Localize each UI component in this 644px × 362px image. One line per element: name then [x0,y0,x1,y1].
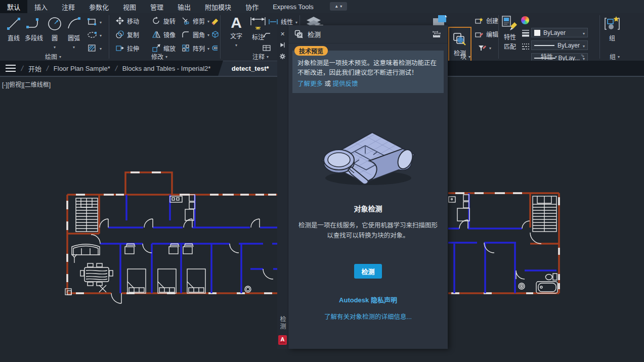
detect-button[interactable]: 检测 [354,264,381,279]
ribbon-tab-annotate[interactable]: 注释 [55,0,82,13]
privacy-statement-link[interactable]: Autodesk 隐私声明 [339,296,397,304]
stairs-right [533,196,556,232]
palette-body-text: 检测是一项在线服务，它使用机器学习来扫描图形以查找可以转换为块的对象。 [297,220,439,241]
viewport-controls-label[interactable]: [-][俯视][二维线框] [2,80,51,88]
ribbon-tab-collaborate[interactable]: 协作 [238,0,266,13]
lineweight-dropdown[interactable]: ByLayer [531,40,588,50]
polyline-button[interactable]: 多段线 [22,15,46,42]
chevron-down-icon[interactable] [100,18,102,25]
hatch-tool-button[interactable] [87,43,102,53]
circle-button[interactable]: 圆 [47,15,63,50]
linear-dim-icon [268,18,278,25]
linear-dimension-button[interactable]: 线性 [268,17,297,26]
block-attributes-button[interactable] [478,43,491,52]
ellipse-tool-button[interactable] [87,30,102,39]
chevron-down-icon[interactable] [235,41,237,48]
lineweight-sample [534,45,554,46]
match-properties-button[interactable]: 特性 匹配 [500,15,520,51]
feedback-link[interactable]: 提供反馈 [333,80,358,87]
properties-gear-icon[interactable] [279,51,286,62]
offset-button[interactable] [210,43,220,53]
rectangle-icon [87,17,97,26]
dimension-icon [249,15,267,31]
details-link[interactable]: 了解有关对象检测的详细信息... [324,313,412,321]
group-icon [604,15,621,32]
rotate-button[interactable]: 旋转 [152,16,176,25]
notice-text: 对象检测是一项技术预览。这意味着检测功能正在不断改进，因此我们建议您不断进行测试… [297,60,437,76]
collapse-icon: ▲ [334,4,338,9]
tab-floor-plan-sample[interactable]: Floor Plan Sample* [49,65,115,72]
palette-body-title: 对象检测 [288,203,448,213]
modify-panel-label[interactable]: 修改 [137,52,182,61]
line-button[interactable]: 直线 [4,15,23,42]
explode-button[interactable] [210,30,220,39]
palette-vertical-label: 检测 [278,316,287,330]
chevron-down-icon[interactable] [73,43,75,50]
panel-expander-icon[interactable]: ⇘ [581,53,585,58]
stretch-button[interactable]: 拉伸 [115,43,139,53]
ribbon-tab-default[interactable]: 默认 [0,0,27,13]
object-color-dropdown[interactable]: ByLayer [531,28,588,37]
trim-button[interactable]: 修剪 [181,16,209,25]
ribbon-tab-view[interactable]: 视图 [116,0,143,13]
chevron-down-icon[interactable] [295,18,297,25]
autocad-logo: A [278,335,287,345]
auto-hide-icon[interactable] [280,39,286,51]
copy-icon [115,30,124,39]
tab-blocks-and-tables[interactable]: Blocks and Tables - Imperial2* [117,65,216,72]
chevron-down-icon[interactable] [207,17,209,24]
move-button[interactable]: 移动 [115,16,139,25]
block-edit-button[interactable]: 编辑 [475,30,498,38]
palette-title: 检测 [308,29,321,39]
menu-hamburger-icon[interactable] [0,65,21,72]
line-icon [5,15,22,32]
tab-detect-test-active[interactable]: detect_test* [218,61,282,76]
mirror-button[interactable]: 镜像 [152,30,176,39]
array-button[interactable]: 阵列 [181,43,209,53]
linetype-icon [521,42,530,51]
fillet-button[interactable]: 圆角 [181,30,209,39]
detect-palette: 检测 技术预览 对象检测是一项技术预览。这意味着检测功能正在不断改进，因此我们建… [288,25,448,349]
tech-preview-notice: 技术预览 对象检测是一项技术预览。这意味着检测功能正在不断改进，因此我们建议您不… [292,51,444,93]
ribbon-tab-addins[interactable]: 附加模块 [198,0,238,13]
chevron-down-icon[interactable] [489,44,491,51]
erase-button[interactable] [210,16,220,25]
panel-separator [109,15,109,59]
ribbon-collapse-button[interactable]: ▲▾ [330,2,347,11]
learn-more-link[interactable]: 了解更多 [297,80,323,87]
ribbon-tab-parametric[interactable]: 参数化 [82,0,116,13]
chevron-down-icon[interactable] [207,44,209,52]
array-icon [181,43,190,53]
linetype-button[interactable] [521,42,530,51]
color-wheel-button[interactable] [521,16,529,24]
annotate-panel-label[interactable]: 注释 [238,52,283,61]
text-button[interactable]: A 文字 [228,15,245,48]
chevron-down-icon[interactable] [54,43,56,50]
settings-ruler-icon[interactable] [432,30,442,38]
ribbon-tab-express-tools[interactable]: Express Tools [266,0,321,13]
table-button[interactable] [262,44,271,52]
move-icon [115,16,124,25]
block-create-button[interactable]: 创建 [475,16,498,25]
palette-title-bar[interactable]: ✕ 检测 A [277,25,288,349]
draw-panel-label[interactable]: 绘图 [30,52,76,61]
ribbon-tab-output[interactable]: 输出 [170,0,198,13]
arc-button[interactable]: 圆弧 [65,15,83,50]
block-panel-label[interactable]: 块 [443,52,488,61]
copy-button[interactable]: 复制 [115,30,139,39]
chevron-down-icon: ▾ [340,4,342,9]
close-icon[interactable]: ✕ [280,28,285,39]
tab-start[interactable]: 开始 [23,64,47,73]
arc-icon [65,15,82,32]
properties-panel-label[interactable]: 特性 [526,52,572,61]
group-button[interactable]: 组 [603,15,621,42]
chevron-down-icon[interactable] [207,31,209,38]
lineweight-button[interactable] [521,29,530,37]
ribbon-tab-insert[interactable]: 插入 [27,0,55,13]
chevron-down-icon[interactable] [100,31,102,38]
leader-button[interactable] [262,31,271,38]
group-panel-label[interactable]: 组 [594,52,635,61]
rectangle-tool-button[interactable] [87,17,102,26]
ribbon-tab-manage[interactable]: 管理 [143,0,170,13]
chevron-down-icon[interactable] [100,44,102,52]
